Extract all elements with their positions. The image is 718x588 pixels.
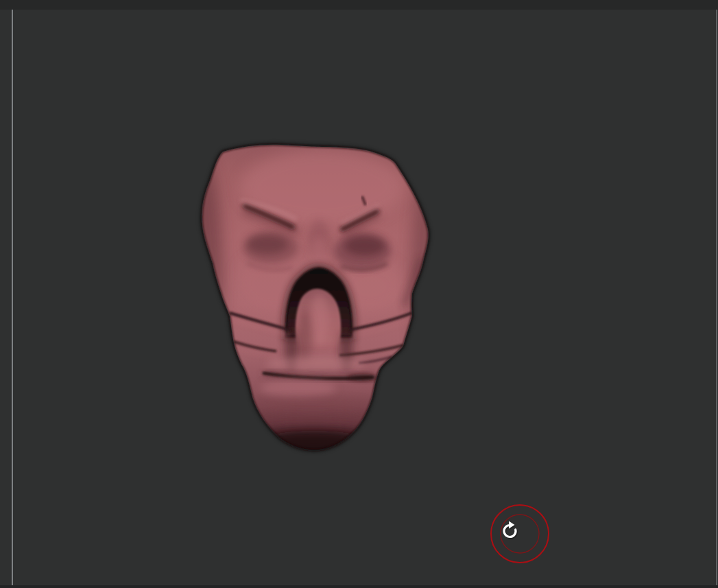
app-window <box>0 0 718 588</box>
sculpted-head-model[interactable] <box>195 136 435 458</box>
rotate-gizmo[interactable] <box>488 502 551 565</box>
right-tray-divider[interactable] <box>716 10 717 585</box>
gizmo-outer-ring <box>491 505 549 563</box>
left-tray-divider[interactable] <box>12 10 13 585</box>
title-bar <box>0 0 718 10</box>
viewport-canvas[interactable] <box>13 10 716 585</box>
bottom-bar <box>0 585 718 588</box>
